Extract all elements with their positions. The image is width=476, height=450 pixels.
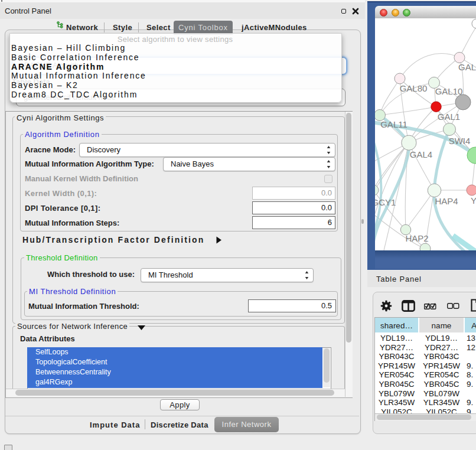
svg-text:GAL11: GAL11 [380, 119, 407, 129]
svg-text:GCY1: GCY1 [375, 197, 396, 207]
svg-text:SWI4: SWI4 [449, 136, 471, 146]
svg-text:GAL4: GAL4 [410, 149, 432, 159]
svg-text:GAL7: GAL7 [458, 62, 476, 72]
svg-text:HAP4: HAP4 [435, 196, 458, 206]
svg-text:GAL80: GAL80 [400, 83, 428, 93]
svg-text:GAL10: GAL10 [435, 86, 463, 96]
svg-text:GAL1: GAL1 [438, 112, 460, 122]
svg-text:HAP2: HAP2 [405, 233, 428, 243]
svg-text:Y: Y [471, 195, 476, 206]
